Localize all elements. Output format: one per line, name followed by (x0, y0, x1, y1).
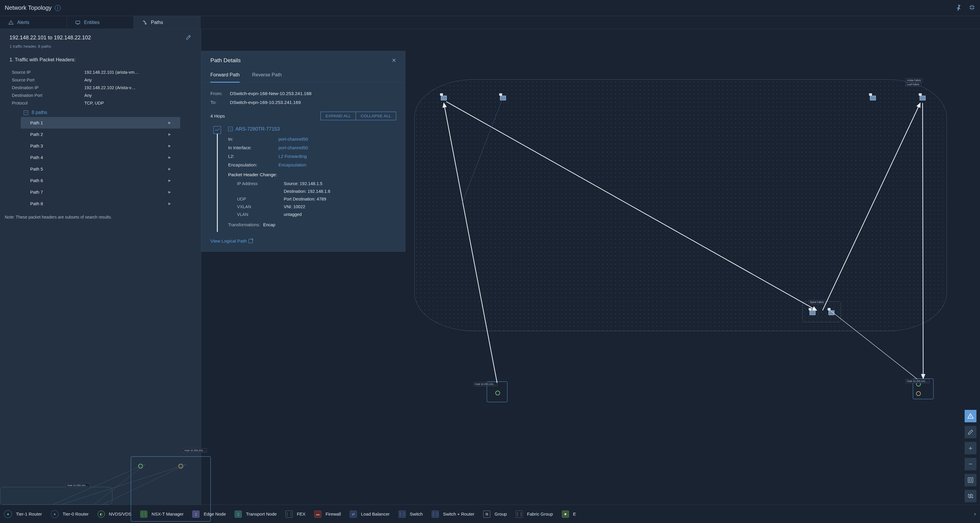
legend-fg: ⋮⋮Fabric Group (516, 510, 553, 518)
info-icon[interactable]: i (55, 5, 60, 11)
pkt-vlan-label: VLAN (237, 212, 284, 217)
pkt-vxlan-val: VNI: 10022 (284, 204, 305, 209)
details-title: Path Details (210, 57, 240, 64)
hops-count: 4 Hops (210, 113, 225, 119)
legend-tier0: ●Tier-0 Router (51, 510, 89, 518)
from-value: DSwitch-evpn-168-New-10.253.241.168 (230, 91, 312, 96)
legend-scroll-right[interactable]: › (974, 511, 976, 517)
pkt-udp-label: UDP (237, 197, 284, 201)
legend-fw: ▬Firewall (314, 510, 341, 518)
tab-forward-path[interactable]: Forward Path (210, 70, 240, 83)
top-bar: Network Topology i (0, 0, 980, 16)
to-value: DSwitch-evpn-169-10.253.241.169 (230, 100, 301, 105)
fabric-label-leaf: Leaf Fabric (905, 82, 921, 86)
hop-collapse-icon[interactable]: − (228, 127, 232, 131)
sub-nav: Alerts Entities Paths (0, 16, 980, 29)
hop-in-label: In: (228, 137, 278, 142)
hop-enc-label: Encapsulation: (228, 162, 278, 167)
svg-rect-0 (76, 21, 80, 23)
pkt-ip-src: Source: 192.148.1.5 (284, 181, 323, 186)
pkt-header-heading: Packet Header Change: (228, 169, 396, 180)
fabric-box-leaf[interactable] (414, 80, 947, 331)
page-title: Network Topology i (5, 5, 60, 11)
collapse-icon[interactable] (969, 4, 975, 11)
to-label: To: (210, 100, 227, 105)
fabric-label-spine: Spine Fabric (808, 300, 826, 304)
hop-enc-value[interactable]: Encapsulation (278, 162, 306, 167)
host-label-1: Host 10.253.241… (473, 382, 497, 386)
legend-more: ■E (562, 510, 576, 518)
legend-grp: ⧉Group (483, 510, 507, 518)
hop-in-value[interactable]: port-channel50 (278, 137, 308, 142)
host-node-3[interactable] (131, 456, 211, 521)
hop-rail (217, 128, 218, 232)
tab-reverse-path[interactable]: Reverse Path (252, 70, 282, 82)
host-label-2: Host 10.253.241… (905, 379, 929, 383)
legend-lb: ⇄Load Balancer (350, 510, 390, 518)
device-node-1[interactable] (441, 96, 447, 100)
fabric-label-arista: Arista Fabric (905, 78, 923, 82)
device-node-3[interactable] (870, 96, 876, 100)
view-logical-path-link[interactable]: View Logical Path (210, 232, 253, 244)
legend-tier1: ●Tier-1 Router (4, 510, 42, 518)
hop-device-name[interactable]: ARS-7280TR-77153 (235, 126, 280, 132)
tab-alerts[interactable]: Alerts (0, 16, 67, 29)
device-node-2[interactable] (500, 96, 506, 100)
legend-nvds: ◐NVDS/VDS (98, 510, 132, 518)
external-link-icon (248, 239, 253, 243)
hop-device-icon[interactable] (213, 126, 221, 134)
pkt-vlan-val: untagged (284, 212, 302, 217)
legend-sw: ⋮⋮Switch (399, 510, 423, 518)
device-node-4[interactable] (920, 96, 926, 100)
pkt-ip-label: IP Address (237, 181, 284, 186)
hop-inif-value[interactable]: port-channel50 (278, 145, 308, 150)
topology-canvas[interactable]: Arista Fabric Leaf Fabric Spine Fabric H… (0, 29, 980, 505)
tab-paths[interactable]: Paths (134, 16, 200, 29)
host-node-4[interactable] (0, 487, 113, 505)
pin-icon[interactable] (955, 4, 962, 11)
fabric-box-spine[interactable] (802, 301, 841, 322)
pkt-vxlan-label: VXLAN (237, 204, 284, 209)
device-node-5[interactable] (810, 310, 816, 315)
path-details-panel: Path Details ✕ Forward Path Reverse Path… (201, 51, 406, 252)
host-label-3: Host 10.253.241… (183, 448, 207, 453)
hop-l2-label: L2: (228, 154, 278, 159)
tab-entities[interactable]: Entities (67, 16, 134, 29)
from-label: From: (210, 91, 227, 96)
trans-value: Encap (263, 222, 275, 227)
hop-node-1: − ARS-7280TR-77153 In:port-channel50 In … (210, 126, 396, 232)
pkt-udp-val: Port Destination: 4789 (284, 197, 326, 201)
legend-tn: ▯Transport Node (235, 510, 277, 518)
legend-swr: ⋮⋮Switch + Router (432, 510, 474, 518)
expand-all-button[interactable]: EXPAND ALL (320, 112, 356, 120)
device-node-6[interactable] (829, 310, 834, 315)
collapse-all-button[interactable]: COLLAPSE ALL (356, 112, 396, 120)
legend-fex: ⋮⋮FEX (286, 510, 305, 518)
pkt-ip-dst: Destination: 192.148.1.6 (284, 189, 330, 194)
trans-label: Transformations: (228, 222, 260, 227)
hop-inif-label: In Interface: (228, 145, 278, 150)
close-icon[interactable]: ✕ (392, 57, 396, 64)
host-label-4: Host 10.253.241… (66, 483, 90, 488)
hop-l2-value[interactable]: L2 Forwarding (278, 154, 307, 159)
